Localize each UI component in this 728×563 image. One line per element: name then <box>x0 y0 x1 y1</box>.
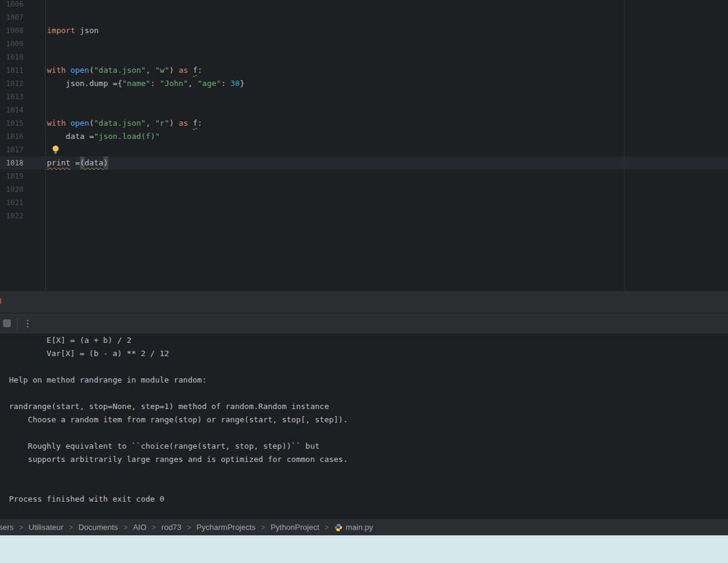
chevron-right-icon: > <box>261 523 265 532</box>
editor-line[interactable]: 1014 <box>0 103 728 117</box>
line-number[interactable]: 1014 <box>0 103 23 117</box>
breadcrumb-item[interactable]: Documents <box>78 523 118 532</box>
editor-line[interactable]: 1006 <box>0 0 728 11</box>
chevron-right-icon: > <box>19 523 23 532</box>
editor-line[interactable]: 1015with open("data.json", "r") as f: <box>0 117 728 130</box>
console-line: randrange(start, stop=None, step=1) meth… <box>9 400 728 413</box>
breadcrumb-label: AIO <box>133 523 146 532</box>
console-line <box>9 387 728 400</box>
console-line: E[X] = (a + b) / 2 <box>9 334 728 347</box>
breadcrumb-item[interactable]: PythonProject <box>271 523 319 532</box>
console-line: supports arbitrarily large ranges and is… <box>9 453 728 466</box>
editor-line[interactable]: 1013 <box>0 90 728 103</box>
code-text: json.dump ={"name": "John", "age": 30} <box>23 77 245 90</box>
breadcrumb-item[interactable]: rod73 <box>162 523 182 532</box>
breadcrumb-label: main.py <box>346 523 373 532</box>
editor-line[interactable]: 1020 <box>0 183 728 196</box>
run-toolwindow-header: main ✕ <box>0 291 728 313</box>
line-number[interactable]: 1008 <box>0 24 23 37</box>
code-text: with open("data.json", "w") as f: <box>23 64 202 77</box>
chevron-right-icon: > <box>123 523 127 532</box>
code-editor[interactable]: 100610071008import json100910101011with … <box>0 0 728 291</box>
line-number[interactable]: 1012 <box>0 77 23 90</box>
line-number[interactable]: 1011 <box>0 64 23 77</box>
more-options-icon[interactable]: ⋮ <box>23 316 32 331</box>
editor-line[interactable]: 1018print =(data) <box>0 156 728 170</box>
stop-icon[interactable] <box>3 319 11 327</box>
editor-line[interactable]: 1011with open("data.json", "w") as f: <box>0 64 728 77</box>
editor-line[interactable]: 1010 <box>0 51 728 64</box>
line-number[interactable]: 1015 <box>0 117 23 130</box>
breadcrumb-label: PycharmProjects <box>197 523 255 532</box>
code-text: data ="json.load(f)" <box>23 130 160 143</box>
console-line: Roughly equivalent to ``choice(range(sta… <box>9 440 728 453</box>
line-number[interactable]: 1010 <box>0 51 23 64</box>
breadcrumb-item[interactable]: Utilisateur <box>29 523 64 532</box>
breadcrumb-item[interactable]: main.py <box>334 523 373 532</box>
line-number[interactable]: 1013 <box>0 90 23 103</box>
breadcrumb: sers>Utilisateur>Documents>AIO>rod73>Pyc… <box>0 518 728 535</box>
line-number[interactable]: 1006 <box>0 0 23 11</box>
breadcrumb-label: Documents <box>78 523 118 532</box>
console-line: Choose a random item from range(stop) or… <box>9 413 728 426</box>
code-text <box>23 145 60 155</box>
editor-line[interactable]: 1022 <box>0 209 728 223</box>
chevron-right-icon: > <box>187 523 191 532</box>
console-line <box>9 479 728 493</box>
line-number[interactable]: 1017 <box>0 143 23 156</box>
run-toolbar: ⋮ <box>0 313 728 334</box>
windows-taskbar: de pollen é... ain <box>0 535 728 563</box>
line-number[interactable]: 1018 <box>0 156 23 170</box>
line-number[interactable]: 1007 <box>0 11 23 24</box>
breadcrumb-label: rod73 <box>162 523 182 532</box>
console-line: Process finished with exit code 0 <box>9 493 728 506</box>
console-line: Var[X] = (b - a) ** 2 / 12 <box>9 347 728 360</box>
intention-bulb-icon[interactable] <box>52 145 60 155</box>
right-margin-guide <box>624 0 625 291</box>
breadcrumb-item[interactable]: PycharmProjects <box>197 523 255 532</box>
console-line <box>9 360 728 374</box>
chevron-right-icon: > <box>152 523 156 532</box>
line-number[interactable]: 1009 <box>0 37 23 51</box>
line-number[interactable]: 1019 <box>0 170 23 183</box>
editor-line[interactable]: 1017 <box>0 143 728 156</box>
code-text: print =(data) <box>23 156 108 170</box>
line-number[interactable]: 1022 <box>0 209 23 223</box>
editor-line[interactable]: 1021 <box>0 196 728 209</box>
breadcrumb-item[interactable]: AIO <box>133 523 146 532</box>
chevron-right-icon: > <box>325 523 329 532</box>
breadcrumb-label: sers <box>0 523 14 532</box>
console-line <box>9 466 728 479</box>
editor-line[interactable]: 1019 <box>0 170 728 183</box>
run-console-output[interactable]: E[X] = (a + b) / 2 Var[X] = (b - a) ** 2… <box>0 334 728 518</box>
editor-line[interactable]: 1009 <box>0 37 728 51</box>
editor-line[interactable]: 1012 json.dump ={"name": "John", "age": … <box>0 77 728 90</box>
breadcrumb-item[interactable]: sers <box>0 523 14 532</box>
chevron-right-icon: > <box>69 523 73 532</box>
editor-lines: 100610071008import json100910101011with … <box>0 0 728 223</box>
line-number[interactable]: 1016 <box>0 130 23 143</box>
console-line <box>9 426 728 440</box>
line-number[interactable]: 1021 <box>0 196 23 209</box>
gutter-separator <box>45 0 46 291</box>
breadcrumb-label: Utilisateur <box>29 523 64 532</box>
code-text: with open("data.json", "r") as f: <box>23 117 202 130</box>
breadcrumb-label: PythonProject <box>271 523 319 532</box>
console-line: Help on method randrange in module rando… <box>9 374 728 387</box>
line-number[interactable]: 1020 <box>0 183 23 196</box>
editor-line[interactable]: 1016 data ="json.load(f)" <box>0 130 728 143</box>
editor-line[interactable]: 1007 <box>0 11 728 24</box>
editor-line[interactable]: 1008import json <box>0 24 728 37</box>
python-icon <box>334 523 343 532</box>
toolbar-divider <box>17 318 17 330</box>
code-text: import json <box>23 24 99 37</box>
rerun-icon-clipped[interactable] <box>0 298 1 304</box>
